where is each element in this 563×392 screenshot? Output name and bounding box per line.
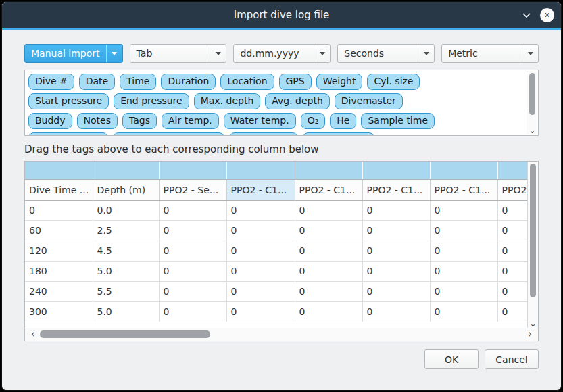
tag-end-pressure[interactable]: End pressure <box>114 93 189 109</box>
table-cell: 0 <box>159 281 226 301</box>
hscroll-thumb[interactable] <box>40 330 210 338</box>
table-main: Dive Time ...Depth (m)PPO2 - Se...PPO2 -… <box>25 162 538 328</box>
tag-buddy[interactable]: Buddy <box>28 113 72 129</box>
column-drop-target[interactable] <box>497 162 527 179</box>
combo-value: Seconds <box>338 48 418 59</box>
tag-dive[interactable]: Dive # <box>28 74 74 90</box>
tag-max-depth[interactable]: Max. depth <box>194 93 261 109</box>
table-cell: 120 <box>25 241 93 261</box>
ok-button[interactable]: OK <box>424 349 479 369</box>
column-drop-target[interactable] <box>362 162 430 179</box>
tags-area: Dive #DateTimeDurationLocationGPSWeightC… <box>28 74 523 136</box>
tag-notes[interactable]: Notes <box>77 113 118 129</box>
column-header[interactable]: PPO2 - Se... <box>159 179 226 200</box>
tag-sample-depth[interactable]: Sample depth <box>28 132 108 136</box>
scroll-down-icon[interactable]: ⌄ <box>529 127 535 134</box>
tag-o[interactable]: O₂ <box>301 113 326 129</box>
table-cell: 0 <box>226 200 295 220</box>
table-cell: 240 <box>25 281 93 301</box>
tag-start-pressure[interactable]: Start pressure <box>28 93 109 109</box>
scroll-left-icon[interactable]: ‹ <box>28 329 39 340</box>
table-cell: 300 <box>25 301 93 322</box>
scroll-down-icon[interactable]: ⌄ <box>529 320 536 327</box>
tag-time[interactable]: Time <box>120 74 156 90</box>
table-cell: 0 <box>159 301 226 322</box>
tag-weight[interactable]: Weight <box>316 74 363 90</box>
tag-sample-temperature[interactable]: Sample temperature <box>113 132 224 136</box>
column-header[interactable]: Depth (m) <box>93 179 159 200</box>
table-cell: 0 <box>430 220 497 241</box>
table-cell: 0 <box>295 220 362 241</box>
cancel-button[interactable]: Cancel <box>485 349 539 369</box>
column-header[interactable]: PPO2 - C1... <box>430 179 497 200</box>
table-cell: 0 <box>295 281 362 301</box>
table-vertical-scrollbar[interactable]: ⌄ <box>527 162 538 328</box>
column-header[interactable]: PPO2 - C1... <box>362 179 430 200</box>
titlebar[interactable]: Import dive log file ✕ <box>2 2 561 28</box>
tag-gps[interactable]: GPS <box>279 74 312 90</box>
hscroll-track[interactable] <box>39 328 524 341</box>
table-vscroll-thumb[interactable] <box>530 164 536 297</box>
table-cell: 0 <box>159 261 226 281</box>
table-cell: 0 <box>430 301 497 322</box>
tag-date[interactable]: Date <box>79 74 115 90</box>
tags-scrollbar[interactable]: ⌄ <box>527 71 537 134</box>
dialog-buttons: OK Cancel <box>24 349 539 369</box>
tag-avg-depth[interactable]: Avg. depth <box>265 93 330 109</box>
field-separator-combo[interactable]: Tab <box>130 44 227 63</box>
tag-sample-po[interactable]: Sample pO₂ <box>229 132 298 136</box>
tag-cyl-size[interactable]: Cyl. size <box>367 74 420 90</box>
duration-format-combo[interactable]: Seconds <box>337 44 435 63</box>
import-options-row: Manual import Tab dd.mm.yyyy Seconds Met… <box>24 44 539 63</box>
instruction-text: Drag the tags above to each correspondin… <box>24 143 539 155</box>
close-button[interactable]: ✕ <box>540 8 554 22</box>
column-drop-target[interactable] <box>226 162 295 179</box>
column-header[interactable]: PPO2 - C1... <box>295 179 362 200</box>
table-cell: 0 <box>497 301 527 322</box>
column-header[interactable]: PPO2 - C1... <box>226 179 295 200</box>
table-cell: 2.5 <box>93 220 159 241</box>
tag-sample-cns[interactable]: Sample CNS <box>303 132 374 136</box>
column-drop-target[interactable] <box>295 162 362 179</box>
date-format-combo[interactable]: dd.mm.yyyy <box>233 44 331 63</box>
scroll-right-icon[interactable]: › <box>524 329 535 340</box>
table-row: 3005.0000000 <box>25 301 527 322</box>
table-cell: 0 <box>362 301 430 322</box>
tag-row: Sample depthSample temperatureSample pO₂… <box>28 132 523 136</box>
import-table-panel: Dive Time ...Depth (m)PPO2 - Se...PPO2 -… <box>24 161 539 341</box>
table-cell: 0 <box>295 301 362 322</box>
tag-air-temp[interactable]: Air temp. <box>162 113 219 129</box>
tag-he[interactable]: He <box>330 113 356 129</box>
table-cell: 0 <box>497 200 527 220</box>
table-horizontal-scrollbar[interactable]: ‹ › <box>25 328 538 341</box>
import-type-combo[interactable]: Manual import <box>24 44 123 63</box>
combo-value: dd.mm.yyyy <box>234 48 314 59</box>
column-drop-target[interactable] <box>93 162 159 179</box>
column-drop-target[interactable] <box>430 162 497 179</box>
column-drop-target[interactable] <box>159 162 226 179</box>
tags-scrollbar-thumb[interactable] <box>529 73 535 115</box>
column-header[interactable]: Dive Time ... <box>25 179 93 200</box>
table-cell: 0 <box>362 281 430 301</box>
tag-tags[interactable]: Tags <box>122 113 157 129</box>
close-icon: ✕ <box>544 11 550 20</box>
table-cell: 0 <box>497 220 527 241</box>
table-cell: 0 <box>497 281 527 301</box>
column-drop-target[interactable] <box>25 162 93 179</box>
chevron-down-icon <box>314 45 330 62</box>
tag-duration[interactable]: Duration <box>161 74 216 90</box>
tag-divemaster[interactable]: Divemaster <box>335 93 403 109</box>
table-cell: 0 <box>226 281 295 301</box>
table-cell: 0 <box>226 261 295 281</box>
chevron-down-icon <box>522 12 531 18</box>
table-cell: 5.0 <box>93 261 159 281</box>
tag-location[interactable]: Location <box>220 74 274 90</box>
tag-water-temp[interactable]: Water temp. <box>224 113 296 129</box>
units-combo[interactable]: Metric <box>441 44 539 63</box>
shade-window-button[interactable] <box>521 9 532 20</box>
table-cell: 0 <box>430 200 497 220</box>
column-header[interactable]: PPO2 <box>497 179 527 200</box>
tag-sample-time[interactable]: Sample time <box>361 113 435 129</box>
table-cell: 0 <box>362 200 430 220</box>
table-row: 1805.0000000 <box>25 261 527 281</box>
